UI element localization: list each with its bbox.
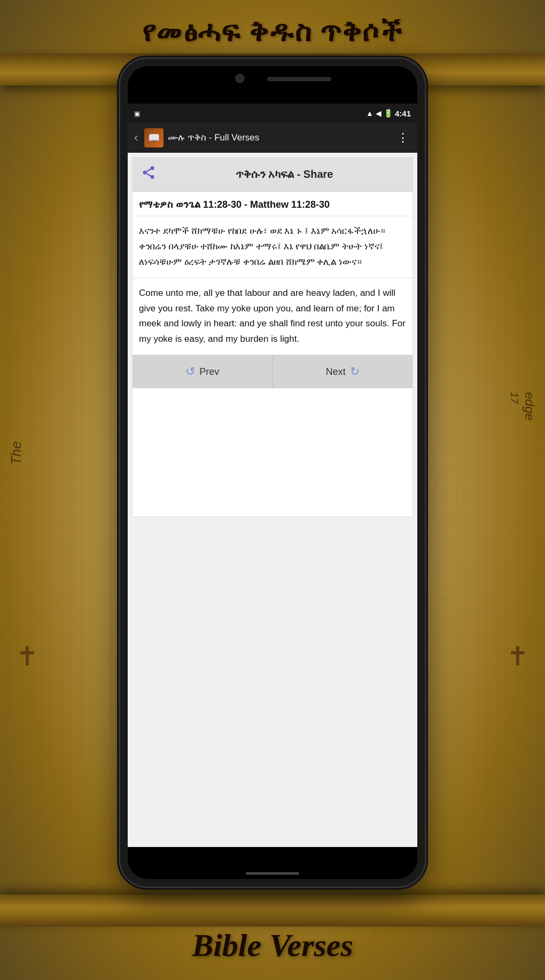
top-title: የመፅሓፍ ቅዱስ ጥቅሶች: [0, 16, 545, 48]
app-title: ሙሉ ጥቅስ - Full Verses: [168, 132, 388, 143]
svg-point-1: [143, 171, 147, 175]
share-header[interactable]: ጥቅሱን አካፍል - Share: [133, 158, 412, 192]
prev-label: Prev: [199, 366, 219, 378]
svg-point-0: [151, 166, 154, 170]
menu-button[interactable]: ⋮: [393, 129, 413, 147]
prev-arrow-icon: ↺: [185, 365, 195, 379]
status-left-icons: ▣: [134, 109, 140, 117]
svg-line-4: [146, 169, 151, 172]
book-icon: 📖: [148, 132, 160, 144]
content-card: ጥቅሱን አካፍል - Share የማቴዎስ ወንጌል 11:28-30 - …: [132, 157, 413, 517]
side-text-right: edge 17: [507, 392, 537, 420]
english-verse-text: Come unto me, all ye that labour and are…: [133, 278, 412, 356]
verse-reference: የማቴዎስ ወንጌል 11:28-30 - Matthew 11:28-30: [133, 192, 412, 216]
prev-button[interactable]: ↺ Prev: [133, 355, 273, 388]
bottom-title: Bible Verses: [0, 927, 545, 964]
empty-content-area: [133, 388, 412, 516]
scroll-bottom-decoration: [0, 895, 545, 927]
phone-camera: [235, 74, 245, 83]
phone-home-bar: [246, 872, 299, 875]
status-bar: ▣ ▲ ◀ 🔋 4:41: [128, 104, 417, 123]
share-title: ጥቅሱን አካፍል - Share: [165, 168, 404, 181]
side-text-left: The: [8, 441, 25, 465]
status-icons: ▲ ◀ 🔋 4:41: [366, 109, 411, 118]
cross-right-icon: ✝: [507, 641, 529, 672]
more-icon: ⋮: [397, 131, 409, 144]
app-icon: 📖: [144, 128, 164, 147]
phone-speaker: [267, 77, 331, 81]
next-arrow-icon: ↻: [350, 365, 360, 379]
svg-line-3: [146, 174, 151, 176]
back-button[interactable]: ‹: [132, 129, 140, 147]
battery-icon: 🔋: [384, 109, 393, 117]
screen-content: ▣ ▲ ◀ 🔋 4:41 ‹ 📖 ሙሉ ጥቅስ - Full Verses: [128, 104, 417, 847]
cross-left-icon: ✝: [16, 641, 38, 672]
notification-icon: ▣: [134, 110, 140, 117]
svg-point-2: [151, 175, 154, 179]
wifi-icon: ▲: [366, 109, 373, 117]
navigation-buttons: ↺ Prev Next ↻: [133, 355, 412, 388]
phone-screen: ▣ ▲ ◀ 🔋 4:41 ‹ 📖 ሙሉ ጥቅስ - Full Verses: [128, 66, 417, 879]
ethiopic-verse-text: እናንተ ደካሞች ሸክማቹሁ የከበደ ሁሉ፣ ወደ እኔ ኑ ፤ እኔም አ…: [133, 216, 412, 278]
status-time: 4:41: [395, 109, 411, 118]
app-bar: ‹ 📖 ሙሉ ጥቅስ - Full Verses ⋮: [128, 123, 417, 153]
next-label: Next: [326, 366, 346, 378]
phone-frame: ▣ ▲ ◀ 🔋 4:41 ‹ 📖 ሙሉ ጥቅስ - Full Verses: [120, 59, 425, 887]
back-icon: ‹: [134, 131, 138, 144]
share-icon: [141, 165, 156, 184]
signal-icon: ◀: [376, 109, 382, 117]
next-button[interactable]: Next ↻: [273, 355, 413, 388]
